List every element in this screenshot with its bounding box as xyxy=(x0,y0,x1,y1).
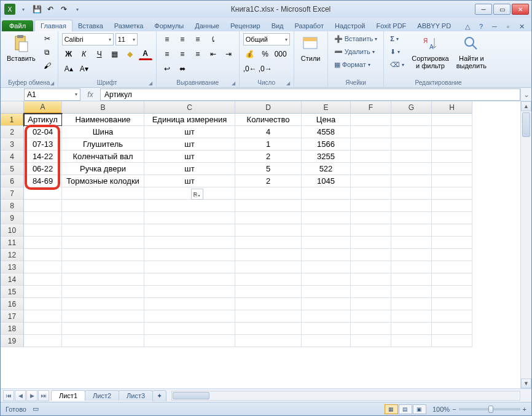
cell[interactable] xyxy=(302,323,351,335)
column-header[interactable]: D xyxy=(235,101,302,114)
scroll-thumb[interactable] xyxy=(173,392,209,399)
cell[interactable] xyxy=(351,335,391,347)
cell[interactable] xyxy=(351,273,391,286)
cell[interactable] xyxy=(62,212,144,224)
cell[interactable] xyxy=(351,151,391,163)
cell[interactable] xyxy=(24,310,62,323)
cell[interactable] xyxy=(235,273,302,286)
cell[interactable] xyxy=(235,224,302,237)
minimize-ribbon-icon[interactable]: △ xyxy=(463,22,472,31)
row-header[interactable]: 2 xyxy=(1,126,24,138)
format-painter-icon[interactable]: 🖌 xyxy=(41,60,54,72)
cell[interactable] xyxy=(391,261,432,273)
cell[interactable] xyxy=(391,212,432,224)
cell[interactable] xyxy=(144,261,235,273)
cell[interactable] xyxy=(24,298,62,310)
row-header[interactable]: 12 xyxy=(1,249,24,261)
cell[interactable] xyxy=(235,310,302,323)
launcher-icon[interactable]: ◢ xyxy=(49,80,55,87)
vertical-scrollbar[interactable]: ▲ ▼ xyxy=(520,101,531,388)
first-sheet-icon[interactable]: ⏮ xyxy=(3,390,14,401)
cell[interactable] xyxy=(302,200,351,212)
border-button[interactable]: ▦ xyxy=(108,48,122,60)
cell[interactable]: 1566 xyxy=(302,138,351,151)
cell[interactable]: 07-13 xyxy=(24,138,62,151)
cell[interactable] xyxy=(302,335,351,347)
cell[interactable]: Артикул xyxy=(24,114,62,126)
row-header[interactable]: 6 xyxy=(1,175,24,187)
inc-decimal-icon[interactable]: ,0← xyxy=(243,63,257,75)
qat-more-icon[interactable]: ▾ xyxy=(72,4,83,15)
cell[interactable] xyxy=(62,323,144,335)
cell[interactable] xyxy=(302,298,351,310)
tab-главная[interactable]: Главная xyxy=(34,20,72,31)
column-header[interactable]: B xyxy=(62,101,144,114)
cell[interactable] xyxy=(235,212,302,224)
cell[interactable] xyxy=(351,138,391,151)
cell[interactable] xyxy=(432,114,472,126)
cell[interactable] xyxy=(62,273,144,286)
macro-record-icon[interactable]: ▭ xyxy=(33,405,39,413)
cell[interactable] xyxy=(62,310,144,323)
merge-icon[interactable]: ⬌ xyxy=(176,63,189,75)
align-bottom-icon[interactable]: ≡ xyxy=(191,33,205,45)
cell[interactable] xyxy=(144,298,235,310)
tab-вставка[interactable]: Вставка xyxy=(72,20,109,31)
column-header[interactable]: E xyxy=(302,101,351,114)
cell[interactable] xyxy=(351,298,391,310)
column-header[interactable]: F xyxy=(351,101,391,114)
redo-icon[interactable]: ↷ xyxy=(58,4,69,15)
cell[interactable]: шт xyxy=(144,138,235,151)
cell[interactable] xyxy=(432,138,472,151)
column-header[interactable]: A xyxy=(24,101,62,114)
sort-filter-button[interactable]: ЯА Сортировка и фильтр xyxy=(409,33,451,71)
tab-данные[interactable]: Данные xyxy=(189,20,225,31)
scroll-down-icon[interactable]: ▼ xyxy=(521,379,531,388)
cell[interactable]: Ручка двери xyxy=(62,163,144,175)
row-header[interactable]: 10 xyxy=(1,224,24,237)
cell[interactable]: Цена xyxy=(302,114,351,126)
cell[interactable] xyxy=(391,151,432,163)
tab-рецензир[interactable]: Рецензир xyxy=(225,20,266,31)
launcher-icon[interactable]: ◢ xyxy=(147,80,154,87)
cell[interactable]: 4 xyxy=(235,126,302,138)
indent-dec-icon[interactable]: ⇤ xyxy=(206,48,220,60)
cell[interactable] xyxy=(144,323,235,335)
fx-icon[interactable]: fx xyxy=(84,88,96,101)
italic-button[interactable]: К xyxy=(77,48,91,60)
cell[interactable] xyxy=(302,261,351,273)
cell[interactable] xyxy=(235,249,302,261)
zoom-in-icon[interactable]: + xyxy=(523,406,526,413)
cell[interactable] xyxy=(62,249,144,261)
cell[interactable] xyxy=(144,200,235,212)
cell[interactable] xyxy=(391,286,432,298)
cell[interactable] xyxy=(351,200,391,212)
cell[interactable] xyxy=(432,163,472,175)
cell[interactable] xyxy=(235,286,302,298)
cell[interactable]: шт xyxy=(144,126,235,138)
cell[interactable] xyxy=(432,200,472,212)
dropdown-icon[interactable]: ▾ xyxy=(18,4,29,15)
cell[interactable] xyxy=(62,224,144,237)
cell[interactable] xyxy=(432,151,472,163)
align-left-icon[interactable]: ≡ xyxy=(160,48,174,60)
autosum-button[interactable]: Σ▾ xyxy=(388,33,407,45)
cell[interactable] xyxy=(62,335,144,347)
view-layout-icon[interactable]: ▤ xyxy=(399,404,412,414)
cell[interactable] xyxy=(391,138,432,151)
column-header[interactable]: H xyxy=(432,101,472,114)
cell[interactable] xyxy=(24,323,62,335)
cell[interactable] xyxy=(432,310,472,323)
cell[interactable] xyxy=(432,249,472,261)
row-header[interactable]: 19 xyxy=(1,335,24,347)
cell[interactable] xyxy=(432,212,472,224)
tab-формулы[interactable]: Формулы xyxy=(149,20,189,31)
cell[interactable] xyxy=(302,249,351,261)
row-header[interactable]: 8 xyxy=(1,200,24,212)
launcher-icon[interactable]: ◢ xyxy=(285,80,291,87)
cell[interactable] xyxy=(432,261,472,273)
launcher-icon[interactable]: ◢ xyxy=(230,80,237,87)
cell[interactable] xyxy=(432,298,472,310)
thousands-icon[interactable]: 000 xyxy=(274,48,288,60)
save-icon[interactable]: 💾 xyxy=(31,4,42,15)
